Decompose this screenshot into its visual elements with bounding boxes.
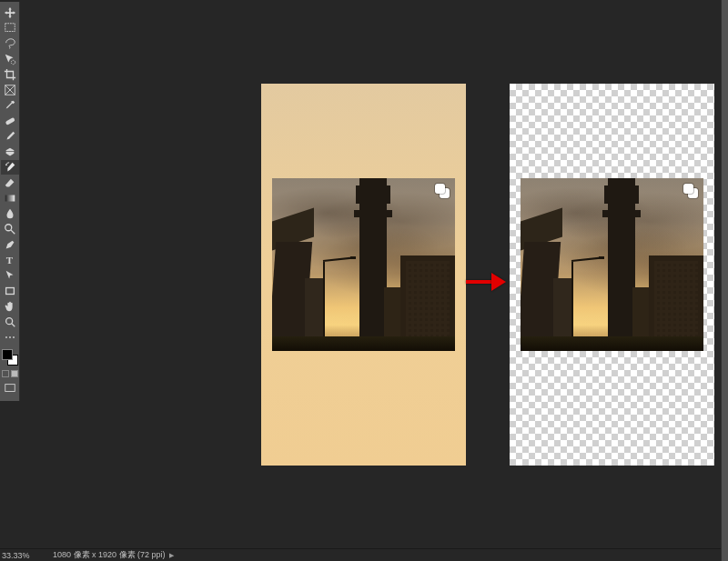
svg-point-1 <box>11 60 15 64</box>
tool-frame[interactable] <box>1 83 19 97</box>
tool-pen[interactable] <box>1 237 19 252</box>
tool-blur[interactable] <box>1 206 19 221</box>
tool-dodge[interactable] <box>1 222 19 236</box>
right-panel-edge <box>721 0 728 561</box>
placed-image[interactable] <box>521 178 703 351</box>
carousel-icon <box>435 184 450 198</box>
tool-eraser[interactable] <box>1 175 19 190</box>
tool-hand[interactable] <box>1 299 19 314</box>
zoom-level[interactable]: 33.33% <box>2 551 46 560</box>
tool-type[interactable]: T <box>1 253 19 267</box>
tool-gradient[interactable] <box>1 191 19 205</box>
tool-move[interactable] <box>1 5 19 20</box>
svg-rect-0 <box>5 23 15 31</box>
tool-lasso[interactable] <box>1 36 19 51</box>
svg-rect-6 <box>5 287 14 294</box>
tool-healing[interactable] <box>1 114 19 128</box>
foreground-color-swatch[interactable] <box>2 349 13 360</box>
svg-rect-4 <box>5 195 15 201</box>
tool-path-select[interactable] <box>1 268 19 283</box>
tool-eyedropper[interactable] <box>1 98 19 113</box>
svg-point-7 <box>5 317 12 324</box>
chevron-right-icon: ▶ <box>169 552 174 558</box>
svg-rect-3 <box>5 116 15 125</box>
tool-history-brush[interactable] <box>1 160 19 175</box>
tool-crop[interactable] <box>1 67 19 82</box>
quick-mask-toggle[interactable] <box>2 370 18 377</box>
tool-more[interactable]: ⋯ <box>1 330 19 345</box>
carousel-icon <box>683 184 698 198</box>
arrow-annotation <box>466 273 510 291</box>
tool-shape[interactable] <box>1 284 19 298</box>
document-after[interactable] <box>510 84 714 466</box>
canvas-workspace <box>20 0 721 548</box>
screen-mode[interactable] <box>1 381 19 396</box>
document-dimensions[interactable]: 1080 像素 x 1920 像素 (72 ppi)▶ <box>53 549 174 561</box>
svg-rect-8 <box>5 385 15 392</box>
tools-panel: T ⋯ <box>0 2 20 401</box>
status-bar: 33.33% 1080 像素 x 1920 像素 (72 ppi)▶ <box>0 548 721 561</box>
placed-image[interactable] <box>272 178 455 351</box>
tool-brush[interactable] <box>1 129 19 144</box>
tool-zoom[interactable] <box>1 315 19 329</box>
tool-quick-select[interactable] <box>1 52 19 66</box>
color-swatches[interactable] <box>1 348 19 366</box>
tool-clone-stamp[interactable] <box>1 145 19 159</box>
document-before[interactable] <box>261 84 466 466</box>
tool-marquee[interactable] <box>1 21 19 35</box>
svg-point-5 <box>5 224 11 230</box>
